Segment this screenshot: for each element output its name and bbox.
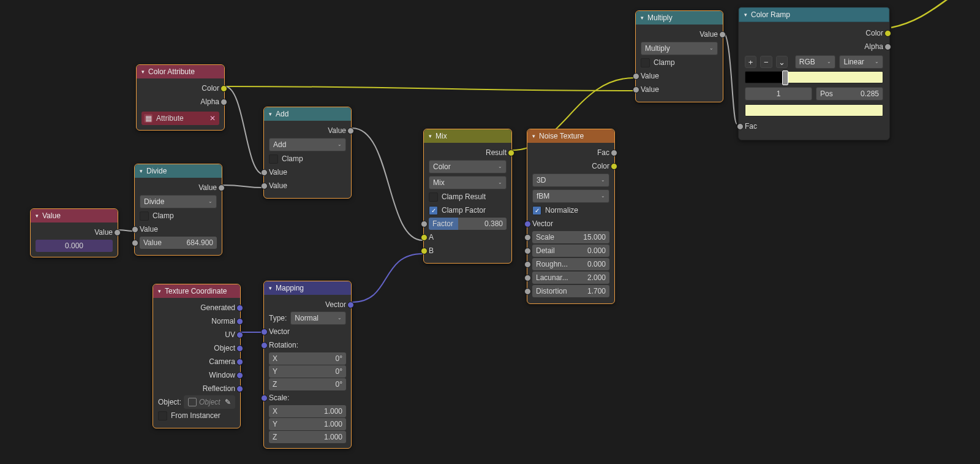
socket-in-vector[interactable]	[524, 221, 531, 227]
close-icon[interactable]: ✕	[208, 114, 217, 123]
socket-in-value[interactable]	[132, 226, 138, 233]
socket-out-color[interactable]	[221, 85, 227, 92]
rot-x[interactable]: X0°	[269, 352, 346, 365]
socket-in-scale[interactable]	[261, 395, 268, 401]
node-divide[interactable]: ▾Divide Value Divide⌄ Clamp Value Value6…	[134, 164, 222, 256]
scale-y[interactable]: Y1.000	[269, 418, 346, 430]
node-multiply[interactable]: ▾Multiply Value Multiply⌄ Clamp Value Va…	[635, 10, 723, 102]
color-stop-handle[interactable]	[782, 70, 788, 85]
dropdown-button[interactable]: ⌄	[776, 56, 788, 68]
socket-in-rotation[interactable]	[261, 342, 268, 349]
socket-in-detail[interactable]	[524, 248, 531, 254]
operation-select[interactable]: Divide⌄	[140, 195, 217, 208]
normalize-check[interactable]: ✓Normalize	[532, 204, 609, 216]
remove-stop-button[interactable]: −	[760, 56, 772, 68]
socket-out-uv[interactable]	[236, 332, 243, 338]
value-slider[interactable]: 0.000	[36, 240, 113, 252]
socket-in-b[interactable]	[421, 248, 428, 254]
node-header[interactable]: ▾Texture Coordinate	[153, 284, 240, 298]
socket-out-camera[interactable]	[236, 359, 243, 365]
stop-color-swatch[interactable]	[745, 104, 883, 116]
socket-in-value2[interactable]	[633, 86, 639, 93]
stop-index-field[interactable]: 1	[745, 87, 812, 101]
from-instancer-check[interactable]: From Instancer	[158, 409, 235, 422]
node-header[interactable]: ▾Divide	[135, 164, 222, 178]
node-mix[interactable]: ▾Mix Result Color⌄ Mix⌄ Clamp Result ✓Cl…	[423, 129, 512, 264]
socket-in-factor[interactable]	[421, 221, 428, 227]
node-color-attribute[interactable]: ▾Color Attribute Color Alpha ▦ Attribute…	[136, 64, 225, 131]
socket-out-generated[interactable]	[236, 305, 243, 311]
socket-out-value[interactable]	[719, 31, 726, 38]
node-mapping[interactable]: ▾Mapping Vector Type:Normal⌄ Vector Rota…	[263, 281, 352, 449]
node-header[interactable]: ▾Value	[31, 209, 118, 222]
socket-out-color[interactable]	[884, 30, 891, 37]
socket-out-value[interactable]	[347, 127, 354, 134]
socket-in-vector[interactable]	[261, 329, 268, 335]
stop-pos-field[interactable]: Pos0.285	[816, 87, 883, 101]
socket-in-roughness[interactable]	[524, 261, 531, 268]
socket-out-color[interactable]	[611, 163, 617, 170]
blend-select[interactable]: Mix⌄	[429, 176, 507, 189]
socket-in-value1[interactable]	[633, 73, 639, 80]
node-header[interactable]: ▾Mix	[424, 129, 511, 143]
node-header[interactable]: ▾Noise Texture	[527, 129, 614, 143]
detail-field[interactable]: Detail0.000	[532, 245, 609, 257]
value-field[interactable]: Value684.900	[140, 237, 217, 249]
node-header[interactable]: ▾Mapping	[264, 281, 351, 295]
clamp-check[interactable]: Clamp	[140, 210, 217, 222]
scale-field[interactable]: Scale15.000	[532, 231, 609, 243]
node-header[interactable]: ▾Add	[264, 107, 351, 121]
scale-x[interactable]: X1.000	[269, 405, 346, 417]
socket-out-value[interactable]	[114, 229, 121, 236]
node-header[interactable]: ▾Color Attribute	[137, 65, 224, 78]
socket-out-vector[interactable]	[347, 302, 354, 308]
socket-in-fac[interactable]	[737, 123, 744, 130]
operation-select[interactable]: Add⌄	[269, 138, 346, 151]
clamp-check[interactable]: Clamp	[269, 153, 346, 165]
socket-in-value2[interactable]	[132, 240, 138, 246]
scale-z[interactable]: Z1.000	[269, 431, 346, 443]
socket-in-lacunarity[interactable]	[524, 275, 531, 281]
socket-in-value1[interactable]	[261, 169, 268, 176]
socket-out-alpha[interactable]	[221, 99, 227, 105]
socket-in-value2[interactable]	[261, 183, 268, 189]
socket-in-a[interactable]	[421, 234, 428, 241]
socket-in-scale[interactable]	[524, 234, 531, 241]
rot-y[interactable]: Y0°	[269, 365, 346, 378]
node-header[interactable]: ▾Multiply	[636, 11, 723, 25]
attribute-field[interactable]: ▦ Attribute ✕	[141, 112, 219, 125]
dim-select[interactable]: 3D⌄	[532, 173, 609, 187]
node-value[interactable]: ▾Value Value 0.000	[30, 208, 118, 257]
type-select[interactable]: fBM⌄	[532, 189, 609, 203]
lacunarity-field[interactable]: Lacunar...2.000	[532, 272, 609, 284]
socket-out-object[interactable]	[236, 345, 243, 352]
interp-select[interactable]: Linear⌄	[839, 55, 883, 69]
object-field[interactable]: Object ✎	[184, 395, 235, 409]
socket-out-fac[interactable]	[611, 150, 617, 156]
datatype-select[interactable]: Color⌄	[429, 160, 507, 173]
clamp-check[interactable]: Clamp	[641, 56, 718, 69]
socket-out-alpha[interactable]	[884, 44, 891, 50]
clamp-factor-check[interactable]: ✓Clamp Factor	[429, 204, 507, 216]
eyedropper-icon[interactable]: ✎	[225, 396, 231, 408]
node-noise-texture[interactable]: ▾Noise Texture Fac Color 3D⌄ fBM⌄ ✓Norma…	[527, 129, 615, 304]
socket-out-value[interactable]	[218, 184, 225, 191]
roughness-field[interactable]: Roughn...0.000	[532, 258, 609, 270]
socket-out-reflection[interactable]	[236, 386, 243, 392]
socket-out-window[interactable]	[236, 372, 243, 379]
distortion-field[interactable]: Distortion1.700	[532, 285, 609, 297]
socket-in-distortion[interactable]	[524, 288, 531, 295]
factor-slider[interactable]: Factor0.380	[429, 218, 507, 230]
color-ramp-gradient[interactable]	[745, 71, 883, 83]
node-texture-coordinate[interactable]: ▾Texture Coordinate Generated Normal UV …	[153, 284, 241, 428]
add-stop-button[interactable]: +	[745, 56, 756, 68]
rot-z[interactable]: Z0°	[269, 378, 346, 390]
clamp-result-check[interactable]: Clamp Result	[429, 191, 507, 203]
node-add[interactable]: ▾Add Value Add⌄ Clamp Value Value	[263, 107, 352, 199]
socket-out-normal[interactable]	[236, 318, 243, 325]
node-color-ramp[interactable]: ▾Color Ramp Color Alpha + − ⌄ RGB⌄ Linea…	[738, 7, 890, 140]
socket-out-result[interactable]	[508, 150, 514, 156]
node-header[interactable]: ▾Color Ramp	[739, 7, 889, 22]
operation-select[interactable]: Multiply⌄	[641, 42, 718, 55]
type-select[interactable]: Normal⌄	[290, 311, 346, 325]
